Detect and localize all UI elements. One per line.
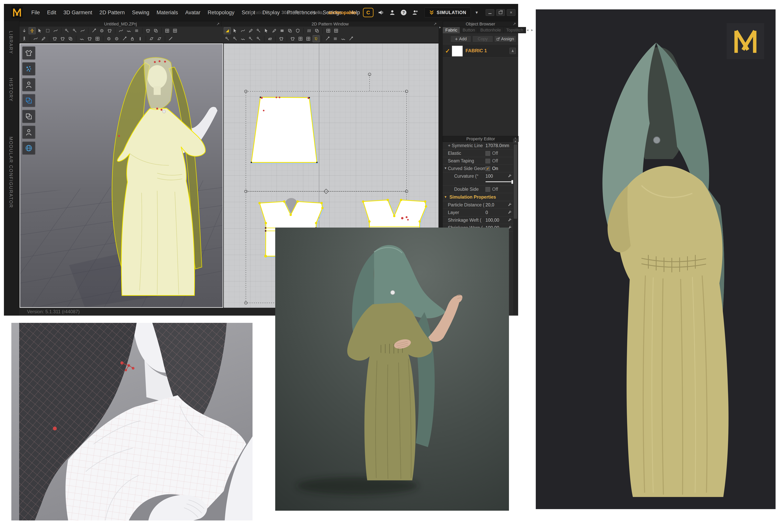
- edit-curvature-tool[interactable]: [240, 27, 246, 34]
- sound-icon[interactable]: [377, 9, 385, 16]
- sidebar-tab-history[interactable]: HISTORY: [8, 78, 13, 102]
- balloon-tool[interactable]: [98, 27, 105, 34]
- pin-point-tool[interactable]: [63, 27, 70, 34]
- checker-a-tool[interactable]: [297, 35, 304, 42]
- stitch-texture-tool[interactable]: [289, 35, 296, 42]
- account-icon[interactable]: [388, 9, 396, 16]
- tab-buttonhole[interactable]: Buttonhole: [478, 27, 504, 33]
- free-sewing-3d-tool[interactable]: [125, 27, 132, 34]
- edit-pattern-tool[interactable]: [231, 27, 239, 34]
- edit-curve-point-3d-tool[interactable]: [40, 35, 47, 42]
- assign-button[interactable]: Assign: [494, 36, 516, 42]
- stitch-display-tool[interactable]: [78, 35, 85, 42]
- property-value[interactable]: 100: [486, 172, 493, 180]
- topstitch-wave-tool[interactable]: [340, 35, 347, 42]
- tabs-scroll-right-icon[interactable]: ►: [531, 28, 534, 32]
- button-tool[interactable]: [105, 35, 112, 42]
- zipper-tool[interactable]: [137, 35, 144, 42]
- show-avatar-head-toggle[interactable]: [22, 126, 35, 139]
- avatar-add-icon[interactable]: [411, 9, 419, 16]
- checkbox-off[interactable]: ✓: [486, 151, 490, 156]
- fabric-checked-icon[interactable]: ✓: [445, 47, 450, 55]
- dart-edit-tool[interactable]: [59, 35, 66, 42]
- simulation-dropdown-caret[interactable]: ▼: [475, 10, 479, 15]
- show-fabric-blue-toggle[interactable]: [22, 94, 35, 107]
- select-box-tool[interactable]: [44, 27, 51, 34]
- wrench-icon[interactable]: [508, 218, 512, 222]
- wind-plane-tool[interactable]: [156, 35, 163, 42]
- sewing-layers-tool[interactable]: [133, 27, 140, 34]
- import-pose-tool[interactable]: [21, 27, 28, 34]
- menu-file[interactable]: File: [31, 9, 40, 15]
- sidebar-tab-modular-configurator[interactable]: MODULAR CONFIGURATOR: [8, 137, 13, 208]
- tab-button[interactable]: Button: [460, 27, 478, 33]
- clo-connect-icon[interactable]: C: [363, 8, 374, 17]
- edit-seamline-tool[interactable]: [263, 27, 270, 34]
- segment-sewing-3d-tool[interactable]: [118, 27, 125, 34]
- gizmo-rotate-tool[interactable]: [52, 27, 59, 34]
- retopo-grid-tool[interactable]: [171, 27, 179, 34]
- polygon-pattern-tool[interactable]: [271, 27, 278, 34]
- menu-materials[interactable]: Materials: [157, 9, 178, 15]
- minimize-button[interactable]: [486, 9, 494, 16]
- collapse-arrow-icon[interactable]: ▼: [444, 167, 447, 170]
- edit-sewing-tool[interactable]: [247, 35, 254, 42]
- pop-out-icon[interactable]: ↗: [216, 22, 220, 26]
- property-editor-scrollbar[interactable]: ▲: [513, 138, 518, 314]
- tack-on-avatar-tool[interactable]: [106, 27, 113, 34]
- close-button[interactable]: ×: [507, 9, 515, 16]
- lock-button-tool[interactable]: [129, 35, 136, 42]
- menu-3d-garment[interactable]: 3D Garment: [63, 9, 92, 15]
- show-pattern-gray-toggle[interactable]: [22, 110, 35, 123]
- menu-2d-pattern[interactable]: 2D Pattern: [99, 9, 125, 15]
- collapse-panel-icon[interactable]: ▸: [439, 25, 441, 29]
- dart-pattern-tool[interactable]: [294, 27, 301, 34]
- quad-remesh-tool[interactable]: [164, 27, 171, 34]
- tab-topstitch[interactable]: Topstitch: [504, 27, 526, 33]
- flip-garment-tool[interactable]: [152, 27, 159, 34]
- attach-button-tool[interactable]: [121, 35, 128, 42]
- edit-curve-3d-tool[interactable]: [32, 35, 39, 42]
- topstitch-free-tool[interactable]: [324, 35, 331, 42]
- menu-avatar[interactable]: Avatar: [185, 9, 200, 15]
- select-lasso-tool[interactable]: [36, 27, 43, 34]
- pop-out-icon[interactable]: ↗: [513, 22, 516, 26]
- fabric-save-icon[interactable]: [509, 48, 516, 54]
- checker-b-tool[interactable]: [305, 35, 312, 42]
- menu-sewing[interactable]: Sewing: [132, 9, 149, 15]
- pattern-remesh-tool[interactable]: [325, 27, 332, 34]
- edit-curve-point-tool[interactable]: [247, 27, 254, 34]
- property-value[interactable]: 0: [486, 209, 488, 216]
- wrench-icon[interactable]: [508, 210, 512, 214]
- free-sewing-tool[interactable]: [231, 35, 239, 42]
- pleats-tool[interactable]: [306, 27, 313, 34]
- copy-button[interactable]: Copy: [472, 36, 493, 42]
- tabs-scroll-left-icon[interactable]: ◄: [526, 28, 529, 32]
- show-grainline-tool[interactable]: [313, 35, 320, 42]
- add-button[interactable]: +Add: [450, 36, 471, 42]
- detail-sewing-tool[interactable]: [255, 35, 262, 42]
- slider-track[interactable]: [486, 181, 514, 182]
- pin-free-tool[interactable]: [79, 27, 86, 34]
- topstitch-angle-tool[interactable]: [347, 35, 354, 42]
- show-avatar-toggle[interactable]: [22, 78, 35, 91]
- checker-garment-tool[interactable]: [94, 35, 101, 42]
- dart-tool[interactable]: [51, 35, 58, 42]
- pleats-fold-tool[interactable]: [313, 27, 320, 34]
- transform-pattern-tool[interactable]: [224, 27, 231, 34]
- pop-out-icon[interactable]: ↗: [433, 22, 437, 26]
- avatar-walk-tool[interactable]: [21, 35, 28, 42]
- 3d-garment-viewport[interactable]: [20, 43, 223, 308]
- property-editor-titlebar[interactable]: Property Editor ↗: [443, 136, 519, 142]
- sidebar-tab-library[interactable]: LIBRARY: [8, 31, 13, 54]
- checkbox-off[interactable]: ✓: [486, 187, 490, 192]
- simulation-button[interactable]: SIMULATION: [425, 8, 471, 18]
- restore-button[interactable]: [496, 9, 505, 16]
- fabric-list-item[interactable]: ✓ FABRIC 1: [443, 44, 518, 58]
- property-value[interactable]: 100,00: [486, 217, 499, 224]
- menu-retopology[interactable]: Retopology: [208, 9, 234, 15]
- show-garment-toggle[interactable]: [22, 46, 35, 60]
- property-value[interactable]: 20,0: [486, 201, 494, 208]
- fold-arrangement-tool[interactable]: [145, 27, 152, 34]
- property-row-simulation-properties[interactable]: ▼Simulation Properties: [443, 193, 513, 201]
